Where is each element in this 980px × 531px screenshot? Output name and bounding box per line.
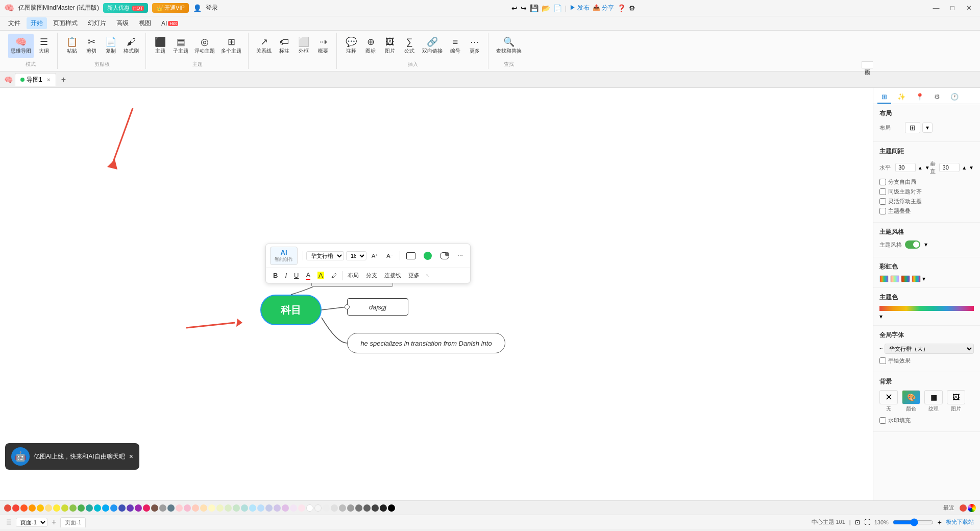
panel-tab-location[interactable]: 📍 <box>912 91 928 104</box>
highlight-button[interactable]: A <box>314 271 327 280</box>
color-grey400[interactable] <box>339 504 346 512</box>
color-teal[interactable] <box>86 504 93 512</box>
main-topic-button[interactable]: ⬛ 主题 <box>151 34 169 58</box>
watermark-checkbox[interactable]: 水印填充 <box>879 417 974 424</box>
color-lime[interactable] <box>61 504 68 512</box>
menu-ai[interactable]: AI Hot <box>157 18 182 29</box>
color-lightblue[interactable] <box>102 504 109 512</box>
sub-topic-button[interactable]: ▤ 子主题 <box>170 34 191 58</box>
color-lightgreen100[interactable] <box>225 504 232 512</box>
bg-color[interactable]: 🎨 颜色 <box>902 390 920 413</box>
publish-button[interactable]: ▶ 发布 <box>570 4 590 12</box>
add-tab-button[interactable]: + <box>58 74 69 85</box>
color-deeporange[interactable] <box>20 504 28 512</box>
page-menu-btn[interactable]: ☰ <box>6 519 12 526</box>
bg-texture[interactable]: ▦ 纹理 <box>924 390 943 413</box>
color-white[interactable] <box>306 504 313 512</box>
add-page-btn[interactable]: + <box>52 518 56 527</box>
fullscreen-btn[interactable]: ⛶ <box>864 519 870 526</box>
page-select[interactable]: 页面-1 <box>16 518 47 527</box>
color-bluegrey[interactable] <box>167 504 175 512</box>
paste-button[interactable]: 📋 粘贴 <box>63 34 81 58</box>
h-input[interactable] <box>895 163 916 172</box>
tab-diagram1[interactable]: 导图1 ✕ <box>15 73 56 86</box>
more-btn-2[interactable]: 更多 <box>405 271 423 280</box>
login-label[interactable]: 登录 <box>206 4 218 12</box>
color-black[interactable] <box>388 504 395 512</box>
new-button[interactable]: 📄 <box>553 4 562 12</box>
color-grey800[interactable] <box>372 504 379 512</box>
color-grey50[interactable] <box>314 504 322 512</box>
color-blue100[interactable] <box>257 504 264 512</box>
formula-button[interactable]: ∑ 公式 <box>400 34 419 58</box>
theme-toggle[interactable] <box>905 240 920 249</box>
font-family-select[interactable]: 华文行楷 <box>306 251 344 260</box>
menu-file[interactable]: 文件 <box>4 17 24 29</box>
color-cyan[interactable] <box>94 504 101 512</box>
help-button[interactable]: ❓ <box>617 4 626 12</box>
close-button[interactable]: ✕ <box>962 1 976 15</box>
menu-slideshow[interactable]: 幻灯片 <box>84 17 110 29</box>
h-down[interactable]: ▼ <box>925 165 930 171</box>
panel-tab-time[interactable]: 🕐 <box>946 91 963 104</box>
summary-button[interactable]: ⇢ 概要 <box>314 34 332 58</box>
checkbox-overlap-input[interactable] <box>879 208 886 214</box>
theme-dropdown-btn[interactable]: ▾ <box>924 241 927 248</box>
checkbox-free-branch[interactable]: 分支自由局 <box>879 178 974 186</box>
color-pink50[interactable] <box>184 504 191 512</box>
color-purple50[interactable] <box>290 504 297 512</box>
find-replace-button[interactable]: 🔍 查找和替换 <box>494 34 524 58</box>
color-orange100[interactable] <box>200 504 207 512</box>
mindmap-mode-button[interactable]: 🧠 思维导图 <box>8 34 34 58</box>
color-lightblue100[interactable] <box>249 504 256 512</box>
resize-handle[interactable]: ⤡ <box>426 273 430 278</box>
outline-mode-button[interactable]: ☰ 大纲 <box>35 34 53 58</box>
outer-frame-button[interactable]: ⬜ 外框 <box>295 34 313 58</box>
v-up[interactable]: ▲ <box>962 165 967 171</box>
checkbox-float-input[interactable] <box>879 198 886 205</box>
color-deeporange100[interactable] <box>192 504 199 512</box>
hand-drawn-input[interactable] <box>879 357 886 364</box>
color-grey900[interactable] <box>380 504 387 512</box>
theme-color-bar[interactable] <box>879 306 974 311</box>
color-pink100[interactable] <box>176 504 183 512</box>
color-green[interactable] <box>78 504 85 512</box>
menu-advanced[interactable]: 高级 <box>112 17 133 29</box>
restore-button[interactable]: □ <box>945 1 960 15</box>
undo-button[interactable]: ↩ <box>511 4 518 12</box>
checkbox-float[interactable]: 灵活浮动主题 <box>879 198 974 205</box>
open-button[interactable]: 📂 <box>542 4 550 12</box>
share-button[interactable]: 📤 分享 <box>593 4 614 12</box>
color-grey100[interactable] <box>323 504 330 512</box>
fill-button[interactable] <box>421 251 435 261</box>
font-grow-button[interactable]: A⁺ <box>369 252 381 260</box>
color-red2[interactable] <box>12 504 19 512</box>
rainbow-swatch-1[interactable] <box>879 275 889 282</box>
zoom-plus-btn[interactable]: + <box>938 518 942 526</box>
color-grey500[interactable] <box>347 504 354 512</box>
italic-button[interactable]: I <box>282 271 290 280</box>
font-size-select[interactable]: 18 <box>346 251 366 260</box>
minimize-button[interactable]: — <box>929 1 943 15</box>
underline-button[interactable]: U <box>291 271 302 280</box>
color-pink50b[interactable] <box>298 504 305 512</box>
float-topic-button[interactable]: ◎ 浮动主题 <box>192 34 217 58</box>
color-yellow[interactable] <box>53 504 60 512</box>
color-grey600[interactable] <box>355 504 362 512</box>
vip-button[interactable]: 👑 开通VIP <box>152 3 189 13</box>
color-blue[interactable] <box>110 504 117 512</box>
color-orange[interactable] <box>29 504 36 512</box>
color-pink[interactable] <box>143 504 150 512</box>
watermark-input[interactable] <box>879 417 886 424</box>
hand-drawn-checkbox[interactable]: 手绘效果 <box>879 357 974 365</box>
image-button[interactable]: 🖼 图片 <box>381 34 399 58</box>
layout-btn[interactable]: 布局 <box>345 271 362 280</box>
font-shrink-button[interactable]: A⁻ <box>383 252 396 260</box>
color-amber[interactable] <box>37 504 44 512</box>
color-lightyellow[interactable] <box>45 504 52 512</box>
h-up[interactable]: ▲ <box>918 165 923 171</box>
rainbow-swatch-4[interactable] <box>912 275 921 282</box>
rainbow-swatch-2[interactable] <box>890 275 899 282</box>
new-user-button[interactable]: 新人优惠 HOT <box>103 3 148 13</box>
color-purple[interactable] <box>135 504 142 512</box>
